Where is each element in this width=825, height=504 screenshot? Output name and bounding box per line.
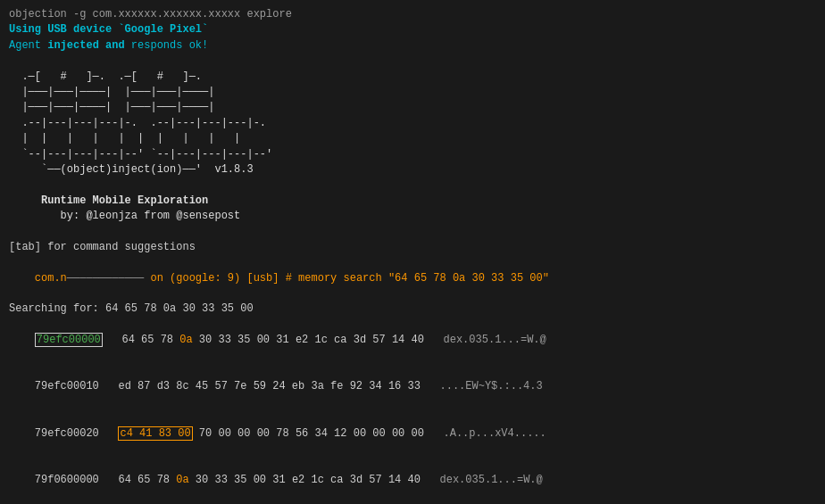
line-mem-1: 79efc00000 64 65 78 0a 30 33 35 00 31 e2… [9,318,816,364]
line-tab-hint: [tab] for command suggestions [9,240,816,255]
addr-box-1: 79efc00000 [35,333,103,347]
line-agent: Agent injected and responds ok! [9,38,816,54]
cmd-text: objection -g com.xxxxxx.xxxxxx.xxxxx exp… [9,8,292,21]
line-mem-3: 79efc00020 c4 41 83 00 70 00 00 00 78 56… [9,410,816,457]
agent-text: Agent injected and responds ok! [9,39,208,52]
line-mem-2: 79efc00010 ed 87 d3 8c 45 57 7e 59 24 eb… [9,364,816,410]
line-empty3 [9,224,816,239]
line-mem-search-cmd: com.n──────────── on (google: 9) [usb] #… [9,255,816,302]
line-cmd1: objection -g com.xxxxxx.xxxxxx.xxxxx exp… [9,7,816,22]
ascii-art-2: |───|───|────| |───|───|────| [9,85,816,100]
line-empty2 [9,178,816,193]
bytes-box: c4 41 83 00 [118,426,192,441]
line-rme1: Runtime Mobile Exploration [9,194,816,209]
line-searching: Searching for: 64 65 78 0a 30 33 35 00 [9,302,816,317]
line-usb: Using USB device `Google Pixel` [9,22,816,37]
ascii-art-1: .─[ # ]─. .─[ # ]─. [9,70,816,85]
ascii-art-block: .--|---|---|---|-. .--|---|---|---|-. | … [9,116,816,178]
ascii-art-3: |───|───|────| |───|───|────| [9,100,816,115]
terminal: objection -g com.xxxxxx.xxxxxx.xxxxx exp… [9,7,816,504]
line-empty1 [9,54,816,69]
line-rme2: by: @leonjza from @sensepost [9,209,816,224]
usb-text: Using USB device `Google Pixel` [9,23,208,36]
line-mem-4: 79f0600000 64 65 78 0a 30 33 35 00 31 e2… [9,457,816,503]
